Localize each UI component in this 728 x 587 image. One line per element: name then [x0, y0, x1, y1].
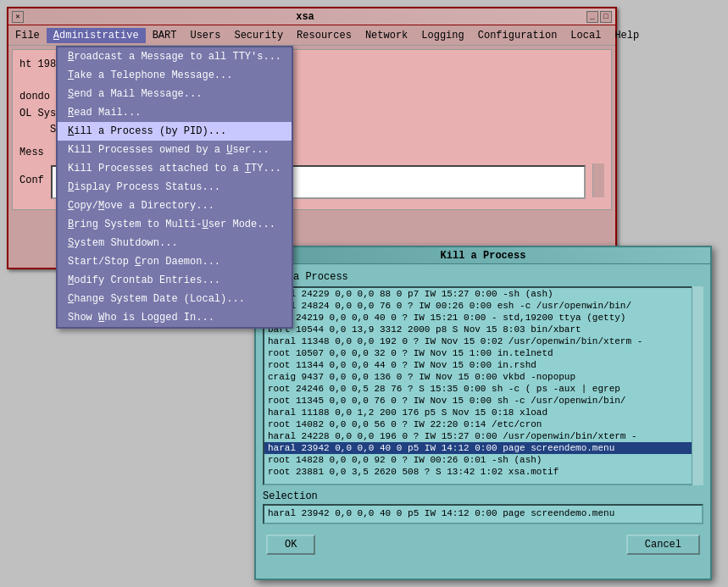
process-row[interactable]: haral 11188 0,0 1,2 200 176 p5 S Nov 15 … [264, 407, 702, 418]
process-row[interactable]: root 11344 0,0 0,0 44 0 ? IW Nov 15 0:00… [264, 359, 702, 371]
process-row[interactable]: root 14828 0,0 0,0 92 0 ? IW 00:26 0:01 … [264, 454, 702, 466]
menu-help[interactable]: Help [608, 28, 646, 43]
menu-bart[interactable]: BART [146, 28, 184, 43]
process-row[interactable]: haral 11348 0,0 0,0 192 0 ? IW Nov 15 0:… [264, 335, 702, 347]
process-row[interactable]: root 10507 0,0 0,0 32 0 ? IW Nov 15 1:00… [264, 347, 702, 359]
menu-shutdown[interactable]: System Shutdown... [58, 234, 292, 252]
main-window: ✕ xsa _ □ File Administrative BART Users… [7, 7, 617, 269]
maximize-button[interactable]: □ [600, 11, 612, 23]
menu-resources[interactable]: Resources [290, 28, 358, 43]
menu-kill-user[interactable]: Kill Processes owned by a User... [58, 141, 292, 159]
config-label: Conf [19, 174, 44, 186]
cancel-button[interactable]: Cancel [626, 534, 700, 555]
menu-kill-pid[interactable]: Kill a Process (by PID)... [58, 122, 292, 141]
menu-local[interactable]: Local [564, 28, 608, 43]
process-list-wrapper: haral 24229 0,0 0,0 88 0 p7 IW 15:27 0:0… [263, 286, 703, 485]
selection-box: haral 23942 0,0 0,0 40 0 p5 IW 14:12 0:0… [263, 504, 703, 524]
kill-dialog-title: Kill a Process [271, 250, 695, 262]
menu-kill-tty[interactable]: Kill Processes attached to a TTY... [58, 159, 292, 178]
process-list[interactable]: haral 24229 0,0 0,0 88 0 p7 IW 15:27 0:0… [263, 286, 703, 485]
dialog-buttons: OK Cancel [263, 534, 703, 555]
kill-dialog-content: Kill a Process haral 24229 0,0 0,0 88 0 … [256, 264, 710, 562]
menu-cron[interactable]: Start/Stop Cron Daemon... [58, 252, 292, 271]
ok-button[interactable]: OK [266, 534, 315, 555]
main-window-title: xsa [24, 11, 586, 23]
menu-security[interactable]: Security [227, 28, 290, 43]
message-label: Mess [19, 147, 44, 158]
main-title-bar: ✕ xsa _ □ [8, 8, 615, 25]
menu-broadcast[interactable]: Broadcast a Message to all TTY's... [58, 47, 292, 66]
kill-process-dialog: ✕ Kill a Process Kill a Process haral 24… [254, 246, 712, 580]
menu-who-logged[interactable]: Show Who is Logged In... [58, 308, 292, 327]
kill-section-label: Kill a Process [263, 271, 703, 283]
menu-read-mail[interactable]: Read Mail... [58, 103, 292, 122]
process-row[interactable]: root 14082 0,0 0,0 56 0 ? IW 22:20 0:14 … [264, 418, 702, 430]
menu-multi-user[interactable]: Bring System to Multi-User Mode... [58, 215, 292, 234]
process-row[interactable]: root 23881 0,0 3,5 2620 508 ? S 13:42 1:… [264, 466, 702, 478]
menu-telephone[interactable]: Take a Telephone Message... [58, 66, 292, 85]
menu-configuration[interactable]: Configuration [471, 28, 564, 43]
menu-administrative[interactable]: Administrative [47, 28, 146, 43]
process-row[interactable]: haral 24229 0,0 0,0 88 0 p7 IW 15:27 0:0… [264, 288, 702, 300]
process-row[interactable]: craig 9437 0,0 0,0 136 0 ? IW Nov 15 0:0… [264, 371, 702, 383]
process-row[interactable]: root 24246 0,0 0,5 28 76 ? S 15:35 0:00 … [264, 383, 702, 395]
close-button[interactable]: ✕ [12, 11, 24, 23]
menu-copy-dir[interactable]: Copy/Move a Directory... [58, 197, 292, 215]
selection-label: Selection [263, 490, 703, 502]
process-row[interactable]: bart 10544 0,0 13,9 3312 2000 p8 S Nov 1… [264, 324, 702, 335]
menu-network[interactable]: Network [358, 28, 414, 43]
menu-display-process[interactable]: Display Process Status... [58, 178, 292, 197]
menu-date[interactable]: Change System Date (Local)... [58, 290, 292, 308]
process-row[interactable]: haral 23942 0,0 0,0 40 0 p5 IW 14:12 0:0… [264, 442, 702, 454]
administrative-dropdown: Broadcast a Message to all TTY's... Take… [56, 46, 293, 329]
process-row[interactable]: haral 24824 0,0 0,0 76 0 ? IW 00:26 0:00… [264, 300, 702, 312]
minimize-button[interactable]: _ [586, 11, 598, 23]
process-row[interactable]: root 24219 0,0 0,0 40 0 ? IW 15:21 0:00 … [264, 312, 702, 324]
process-row[interactable]: haral 24228 0,0 0,0 196 0 ? IW 15:27 0:0… [264, 430, 702, 442]
config-scrollbar[interactable] [592, 163, 604, 197]
menu-crontab[interactable]: Modify Crontab Entries... [58, 271, 292, 290]
menu-mail-message[interactable]: Send a Mail Message... [58, 85, 292, 103]
menu-bar: File Administrative BART Users Security … [8, 25, 615, 46]
process-list-scrollbar[interactable] [692, 286, 703, 485]
menu-logging[interactable]: Logging [414, 28, 470, 43]
process-row[interactable]: root 11345 0,0 0,0 76 0 ? IW Nov 15 0:00… [264, 395, 702, 407]
menu-file[interactable]: File [8, 28, 47, 43]
kill-dialog-title-bar: ✕ Kill a Process [256, 247, 710, 264]
selection-value: haral 23942 0,0 0,0 40 0 p5 IW 14:12 0:0… [268, 508, 614, 518]
menu-users[interactable]: Users [183, 28, 227, 43]
